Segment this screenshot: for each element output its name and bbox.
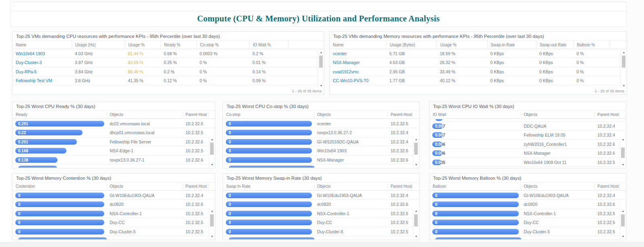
scroll-thumb[interactable]: [319, 56, 323, 68]
vertical-scrollbar[interactable]: ▲ ▼: [413, 208, 419, 239]
scroll-up-arrow[interactable]: ▲: [620, 209, 626, 213]
bar-track: 00: [226, 201, 312, 207]
scroll-thumb[interactable]: [210, 214, 214, 226]
scroll-thumb[interactable]: [414, 143, 418, 155]
scroll-up-arrow[interactable]: ▲: [209, 209, 215, 213]
parent-host: 10.2.32.6: [390, 146, 408, 155]
column-header-costop-pct[interactable]: Co-stop %: [196, 41, 250, 49]
object-name: Duy-CC: [317, 218, 332, 227]
vm-name-link[interactable]: cvad1912vmc: [330, 67, 386, 76]
column-header-metric[interactable]: Swap In Rate: [226, 183, 250, 191]
column-header-usage-pct[interactable]: Usage %: [437, 41, 487, 49]
vm-name-link[interactable]: Win10x64 1903: [12, 49, 72, 58]
panel-worst-memory-swapin: Top-25 Worst Memory Swap-in Rate (30 day…: [223, 173, 419, 240]
column-header-row: Swap In Rate Objects Parent Host: [223, 183, 419, 191]
scroll-thumb[interactable]: [210, 143, 214, 155]
scroll-up-arrow[interactable]: ▲: [620, 137, 626, 141]
vertical-scrollbar[interactable]: ▲ ▼: [620, 137, 625, 167]
table-cell: 0.0003 %: [196, 49, 250, 58]
column-header-name[interactable]: Name: [330, 41, 386, 49]
scroll-down-arrow[interactable]: ▼: [620, 162, 626, 167]
bar-track: 00: [432, 211, 519, 216]
column-header-swapout-rate[interactable]: Swap-out Rate: [536, 41, 573, 49]
scroll-up-arrow[interactable]: ▲: [413, 137, 419, 141]
vertical-scrollbar[interactable]: ▲ ▼: [318, 50, 324, 88]
metric-bar: 0: [226, 220, 312, 225]
scroll-up-arrow[interactable]: ▲: [318, 50, 324, 54]
table-cell: 0.25 %: [161, 58, 196, 67]
vm-name-link[interactable]: Fellowship Test VM: [12, 76, 72, 85]
column-header-objects[interactable]: Objects: [317, 183, 331, 191]
column-header-name[interactable]: Name: [12, 41, 72, 49]
table-row: vcenter5.71 GB18.59 %0 KBps0 KBps0 %: [330, 49, 627, 58]
table-cell: 3.84 GHz: [72, 67, 125, 76]
bar-value-label: 0: [229, 202, 231, 207]
table-cell: 0.2 %: [161, 67, 196, 76]
scroll-down-arrow[interactable]: ▼: [318, 83, 324, 88]
scroll-thumb[interactable]: [621, 214, 625, 226]
column-header-parent-host[interactable]: Parent Host: [597, 111, 619, 119]
scroll-up-arrow[interactable]: ▲: [621, 50, 627, 54]
column-header-metric[interactable]: Contention: [16, 183, 35, 191]
column-header-usage-bytes[interactable]: Usage (Bytes): [386, 41, 436, 49]
vm-name-link[interactable]: Duy-RPa-5: [12, 67, 72, 76]
scroll-thumb[interactable]: [622, 56, 625, 68]
scroll-down-arrow[interactable]: ▼: [620, 234, 626, 239]
horizontal-scroll-track[interactable]: [0, 242, 644, 247]
scroll-down-arrow[interactable]: ▼: [209, 162, 215, 167]
column-header-usage-pct[interactable]: Usage %: [125, 41, 161, 49]
column-header-metric[interactable]: Balloon: [433, 183, 446, 191]
metric-bar: 0: [15, 229, 104, 235]
table-cell: 5.71 GB: [386, 49, 436, 58]
bar-track: 00: [15, 220, 104, 225]
column-header-metric[interactable]: IO Wait: [433, 111, 446, 119]
scroll-thumb[interactable]: [414, 214, 418, 226]
column-header-usage-hz[interactable]: Usage (Hz): [72, 41, 125, 49]
column-header-metric[interactable]: Ready: [16, 111, 27, 119]
column-header-ready-pct[interactable]: Ready %: [161, 41, 196, 49]
bar-value-label: 0.006: [435, 142, 442, 147]
column-header-objects[interactable]: Objects: [109, 183, 123, 191]
scroll-thumb[interactable]: [621, 147, 625, 158]
column-header-objects[interactable]: Objects: [524, 183, 537, 191]
table-cell: 3.97 GHz: [72, 58, 125, 67]
column-header-parent-host[interactable]: Parent Host: [186, 111, 207, 119]
metric-bar: 0: [226, 148, 312, 154]
scroll-up-arrow[interactable]: ▲: [209, 137, 215, 141]
column-header-balloon-pct[interactable]: Balloon %: [573, 41, 609, 49]
vertical-scrollbar[interactable]: ▲ ▼: [621, 50, 626, 88]
object-name: dc02.vmconaws.local: [109, 119, 150, 128]
vm-name-link[interactable]: Duy-Cluster-3: [12, 58, 72, 67]
column-header-iowait-pct[interactable]: IO Wait %: [249, 41, 288, 49]
column-header-parent-host[interactable]: Parent Host: [390, 111, 412, 119]
vertical-scrollbar[interactable]: ▲ ▼: [413, 137, 419, 167]
vertical-scrollbar[interactable]: ▲ ▼: [620, 208, 625, 239]
panel-title: Top-25 Worst CPU Ready % (30 days): [12, 102, 215, 111]
column-header-parent-host[interactable]: Parent Host: [597, 183, 619, 191]
column-header-row: Balloon Objects Parent Host: [429, 183, 626, 191]
scroll-down-arrow[interactable]: ▼: [621, 83, 627, 88]
bar-track: 00: [226, 220, 312, 225]
column-header-parent-host[interactable]: Parent Host: [186, 183, 207, 191]
table-body: vcenter5.71 GB18.59 %0 KBps0 KBps0 %NSX-…: [330, 49, 627, 89]
vm-name-link[interactable]: CC-Win10-PVS-T0: [330, 76, 386, 85]
panel-cpu-top25-table: Top-25 VMs demanding CPU resources with …: [12, 31, 324, 95]
column-header-parent-host[interactable]: Parent Host: [390, 183, 412, 191]
scroll-down-arrow[interactable]: ▼: [413, 162, 419, 167]
column-header-swapin-rate[interactable]: Swap-in Rate: [487, 41, 536, 49]
scroll-up-arrow[interactable]: ▲: [413, 209, 419, 213]
bar-track: 0.0070.007: [432, 132, 519, 138]
vertical-scrollbar[interactable]: ▲ ▼: [209, 137, 215, 167]
panel-title: Top-25 Worst Memory Balloon % (30 days): [429, 174, 626, 183]
parent-host: 10.2.32.5: [186, 218, 203, 227]
vertical-scrollbar[interactable]: ▲ ▼: [209, 208, 215, 239]
column-header-metric[interactable]: Co-stop: [226, 111, 240, 119]
column-header-objects[interactable]: Objects: [524, 111, 537, 119]
scroll-down-arrow[interactable]: ▼: [413, 234, 419, 239]
vm-name-link[interactable]: NSX-Manager: [330, 58, 386, 67]
scroll-down-arrow[interactable]: ▼: [209, 234, 215, 239]
vm-name-link[interactable]: vcenter: [330, 49, 386, 58]
column-header-objects[interactable]: Objects: [109, 111, 123, 119]
column-header-objects[interactable]: Objects: [317, 111, 331, 119]
bar-track: 0.0070.007: [432, 123, 519, 129]
